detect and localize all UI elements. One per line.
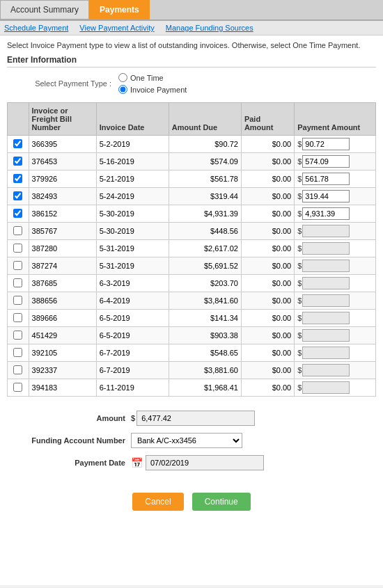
radio-one-time-input[interactable] [118,73,127,82]
row-checkbox[interactable] [13,331,22,340]
payment-amount-input[interactable] [302,173,350,185]
cell-invoice-number: 388656 [29,292,96,310]
cell-invoice-number: 366395 [29,136,96,153]
cell-amount-due: $3,881.60 [169,362,241,379]
cell-payment-amount: $ [295,240,376,257]
dollar-sign: $ [297,192,302,200]
cell-amount-due: $141.34 [169,310,241,327]
dollar-sign: $ [297,349,302,357]
payment-amount-input[interactable] [302,242,350,255]
row-checkbox[interactable] [13,383,22,392]
payment-type-label: Select Payment Type : [21,79,111,88]
sub-nav-schedule-payment[interactable]: Schedule Payment [4,24,68,32]
row-checkbox[interactable] [13,209,22,218]
cell-invoice-date: 5-31-2019 [96,240,169,257]
tab-payments[interactable]: Payments [89,0,150,19]
cell-amount-due: $319.44 [169,188,241,205]
cell-amount-due: $3,841.60 [169,292,241,310]
payment-amount-input[interactable] [302,294,350,307]
cell-amount-due: $903.38 [169,327,241,344]
payment-amount-input[interactable] [302,260,350,272]
cell-invoice-date: 5-24-2019 [96,188,169,205]
section-title: Enter Information [7,55,376,67]
cell-paid-amount: $0.00 [241,327,294,344]
payment-amount-input[interactable] [302,138,350,150]
cell-invoice-number: 387685 [29,275,96,292]
cancel-button[interactable]: Cancel [132,493,183,511]
dollar-sign: $ [297,366,302,374]
cell-invoice-date: 5-31-2019 [96,257,169,275]
date-wrapper: 📅 [131,455,264,470]
table-row: 3861525-30-2019$4,931.39$0.00$ [8,205,376,223]
cell-amount-due: $2,617.02 [169,240,241,257]
row-checkbox[interactable] [13,313,22,322]
row-checkbox[interactable] [13,348,22,357]
row-checkbox[interactable] [13,261,22,270]
continue-button[interactable]: Continue [192,493,251,511]
date-input[interactable] [146,455,264,470]
row-checkbox[interactable] [13,365,22,374]
sub-nav-view-payment-activity[interactable]: View Payment Activity [79,24,154,32]
row-checkbox[interactable] [13,174,22,183]
funding-account-select[interactable]: Bank A/C-xx3456Bank A/C-xx1234 [131,433,242,448]
cell-amount-due: $448.56 [169,223,241,240]
payment-amount-input[interactable] [302,207,350,220]
payment-amount-input[interactable] [302,329,350,342]
cell-invoice-date: 6-3-2019 [96,275,169,292]
amount-input[interactable] [136,411,255,426]
row-checkbox[interactable] [13,157,22,166]
dollar-sign: $ [297,244,302,253]
row-checkbox[interactable] [13,244,22,253]
table-row: 3921056-7-2019$548.65$0.00$ [8,344,376,362]
sub-nav-manage-funding-sources[interactable]: Manage Funding Sources [166,24,253,32]
payment-amount-input[interactable] [302,225,350,237]
cell-payment-amount: $ [295,379,376,397]
radio-invoice-payment[interactable]: Invoice Payment [118,85,187,94]
cell-invoice-date: 5-21-2019 [96,170,169,188]
row-checkbox[interactable] [13,226,22,235]
table-header-row: Invoice or Freight Bill Number Invoice D… [8,103,376,136]
payment-amount-input[interactable] [302,277,350,289]
calendar-icon[interactable]: 📅 [131,457,143,468]
cell-paid-amount: $0.00 [241,136,294,153]
funding-row: Funding Account Number Bank A/C-xx3456Ba… [14,433,369,448]
cell-amount-due: $203.70 [169,275,241,292]
cell-invoice-number: 394183 [29,379,96,397]
dollar-sign: $ [297,331,302,340]
dollar-sign: $ [297,314,302,322]
cell-paid-amount: $0.00 [241,362,294,379]
table-row: 3764535-16-2019$574.09$0.00$ [8,153,376,170]
row-checkbox[interactable] [13,139,22,148]
radio-invoice-payment-input[interactable] [118,85,127,94]
amount-label: Amount [14,414,125,422]
cell-invoice-date: 6-7-2019 [96,362,169,379]
cell-payment-amount: $ [295,257,376,275]
cell-payment-amount: $ [295,153,376,170]
row-checkbox[interactable] [13,278,22,287]
payment-amount-input[interactable] [302,190,350,202]
table-row: 3896666-5-2019$141.34$0.00$ [8,310,376,327]
page-body: Select Invoice Payment type to view a li… [0,35,383,585]
payment-amount-input[interactable] [302,364,350,376]
payment-amount-input[interactable] [302,381,350,394]
cell-invoice-number: 392337 [29,362,96,379]
payment-amount-input[interactable] [302,347,350,359]
dollar-sign: $ [297,140,302,148]
dollar-sign: $ [297,209,302,218]
button-row: Cancel Continue [7,493,376,518]
cell-payment-amount: $ [295,292,376,310]
cell-paid-amount: $0.00 [241,379,294,397]
cell-amount-due: $90.72 [169,136,241,153]
cell-invoice-number: 379926 [29,170,96,188]
table-row: 3799265-21-2019$561.78$0.00$ [8,170,376,188]
cell-paid-amount: $0.00 [241,153,294,170]
cell-invoice-number: 387274 [29,257,96,275]
cell-amount-due: $4,931.39 [169,205,241,223]
payment-amount-input[interactable] [302,155,350,168]
row-checkbox[interactable] [13,296,22,305]
payment-amount-input[interactable] [302,312,350,324]
tab-bar: Account Summary Payments [0,0,383,21]
row-checkbox[interactable] [13,191,22,200]
radio-one-time[interactable]: One Time [118,73,187,82]
tab-account-summary[interactable]: Account Summary [0,0,89,19]
